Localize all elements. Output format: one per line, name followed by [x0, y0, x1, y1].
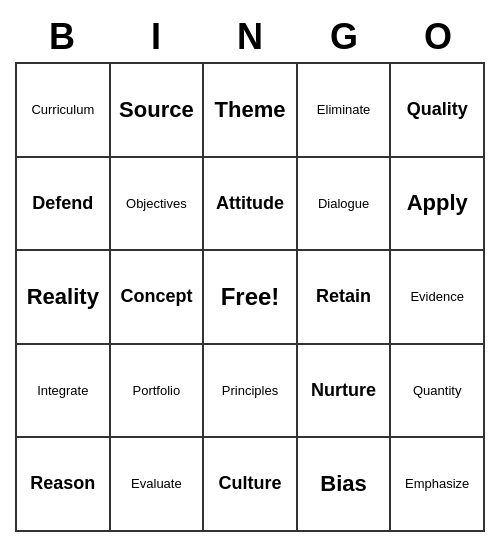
cell-text-0-1: Source — [119, 97, 194, 123]
cell-text-1-4: Apply — [407, 190, 468, 216]
cell-2-2: Free! — [204, 251, 298, 345]
cell-text-3-1: Portfolio — [133, 383, 181, 399]
cell-text-3-3: Nurture — [311, 380, 376, 402]
cell-4-1: Evaluate — [111, 438, 205, 532]
cell-text-1-0: Defend — [32, 193, 93, 215]
cell-text-3-0: Integrate — [37, 383, 88, 399]
cell-text-2-3: Retain — [316, 286, 371, 308]
cell-text-4-3: Bias — [320, 471, 366, 497]
cell-text-4-4: Emphasize — [405, 476, 469, 492]
header-letter-N: N — [203, 12, 297, 62]
bingo-header: BINGO — [15, 12, 485, 62]
cell-text-4-2: Culture — [218, 473, 281, 495]
cell-3-4: Quantity — [391, 345, 485, 439]
bingo-grid: CurriculumSourceThemeEliminateQualityDef… — [15, 62, 485, 532]
cell-3-2: Principles — [204, 345, 298, 439]
cell-text-0-3: Eliminate — [317, 102, 370, 118]
cell-text-3-2: Principles — [222, 383, 278, 399]
cell-0-2: Theme — [204, 64, 298, 158]
cell-4-4: Emphasize — [391, 438, 485, 532]
cell-2-1: Concept — [111, 251, 205, 345]
cell-0-1: Source — [111, 64, 205, 158]
cell-3-0: Integrate — [17, 345, 111, 439]
cell-text-2-0: Reality — [27, 284, 99, 310]
cell-4-2: Culture — [204, 438, 298, 532]
header-letter-O: O — [391, 12, 485, 62]
cell-text-2-4: Evidence — [410, 289, 463, 305]
cell-0-4: Quality — [391, 64, 485, 158]
header-letter-G: G — [297, 12, 391, 62]
cell-2-3: Retain — [298, 251, 392, 345]
cell-1-4: Apply — [391, 158, 485, 252]
cell-0-3: Eliminate — [298, 64, 392, 158]
cell-text-1-3: Dialogue — [318, 196, 369, 212]
cell-text-2-1: Concept — [120, 286, 192, 308]
cell-1-0: Defend — [17, 158, 111, 252]
cell-1-3: Dialogue — [298, 158, 392, 252]
cell-text-0-4: Quality — [407, 99, 468, 121]
cell-3-1: Portfolio — [111, 345, 205, 439]
cell-text-1-2: Attitude — [216, 193, 284, 215]
cell-0-0: Curriculum — [17, 64, 111, 158]
cell-2-0: Reality — [17, 251, 111, 345]
cell-1-1: Objectives — [111, 158, 205, 252]
header-letter-I: I — [109, 12, 203, 62]
cell-4-0: Reason — [17, 438, 111, 532]
cell-3-3: Nurture — [298, 345, 392, 439]
cell-text-1-1: Objectives — [126, 196, 187, 212]
cell-4-3: Bias — [298, 438, 392, 532]
bingo-card: BINGO CurriculumSourceThemeEliminateQual… — [15, 12, 485, 532]
cell-text-4-1: Evaluate — [131, 476, 182, 492]
header-letter-B: B — [15, 12, 109, 62]
cell-2-4: Evidence — [391, 251, 485, 345]
cell-text-0-0: Curriculum — [31, 102, 94, 118]
cell-text-3-4: Quantity — [413, 383, 461, 399]
cell-text-0-2: Theme — [215, 97, 286, 123]
cell-1-2: Attitude — [204, 158, 298, 252]
cell-text-4-0: Reason — [30, 473, 95, 495]
cell-text-2-2: Free! — [221, 283, 280, 312]
